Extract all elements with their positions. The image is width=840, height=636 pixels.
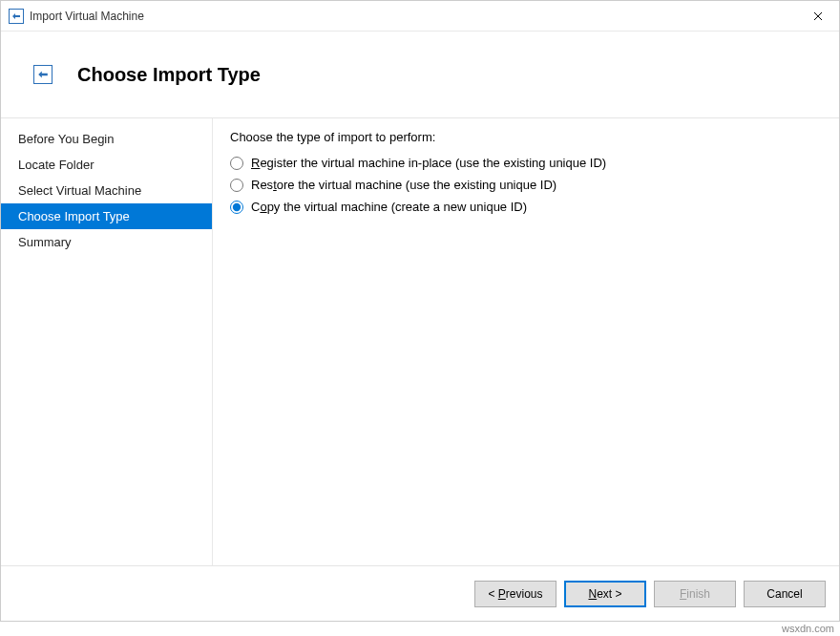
import-wizard-window: Import Virtual Machine Choose Import Typ… [0,0,840,622]
wizard-body: Before You Begin Locate Folder Select Vi… [1,117,839,565]
page-title: Choose Import Type [77,64,261,86]
header-import-icon [33,65,52,84]
close-icon [813,11,823,21]
cancel-button[interactable]: Cancel [744,581,826,607]
content-panel: Choose the type of import to perform: Re… [212,118,839,565]
next-button[interactable]: Next > [564,581,646,607]
step-select-vm[interactable]: Select Virtual Machine [1,178,212,203]
step-before-you-begin[interactable]: Before You Begin [1,126,212,152]
step-choose-import-type[interactable]: Choose Import Type [1,203,212,229]
option-restore[interactable]: Restore the virtual machine (use the exi… [230,178,820,192]
close-button[interactable] [796,2,839,31]
wizard-header: Choose Import Type [1,32,839,117]
radio-register[interactable] [230,157,243,170]
titlebar: Import Virtual Machine [1,1,839,32]
content-prompt: Choose the type of import to perform: [230,130,820,144]
step-summary[interactable]: Summary [1,229,212,255]
import-icon [9,9,24,24]
option-copy-label: Copy the virtual machine (create a new u… [251,200,527,214]
finish-button: Finish [654,581,736,607]
window-title: Import Virtual Machine [30,10,144,23]
step-locate-folder[interactable]: Locate Folder [1,152,212,178]
steps-sidebar: Before You Begin Locate Folder Select Vi… [1,118,212,565]
radio-restore[interactable] [230,179,243,192]
title-left: Import Virtual Machine [9,9,144,24]
previous-button[interactable]: < Previous [474,581,556,607]
option-copy[interactable]: Copy the virtual machine (create a new u… [230,200,820,214]
option-restore-label: Restore the virtual machine (use the exi… [251,178,556,192]
radio-copy[interactable] [230,201,243,214]
option-register[interactable]: Register the virtual machine in-place (u… [230,156,820,170]
option-register-label: Register the virtual machine in-place (u… [251,156,606,170]
watermark: wsxdn.com [782,623,834,634]
wizard-footer: < Previous Next > Finish Cancel [1,565,839,621]
